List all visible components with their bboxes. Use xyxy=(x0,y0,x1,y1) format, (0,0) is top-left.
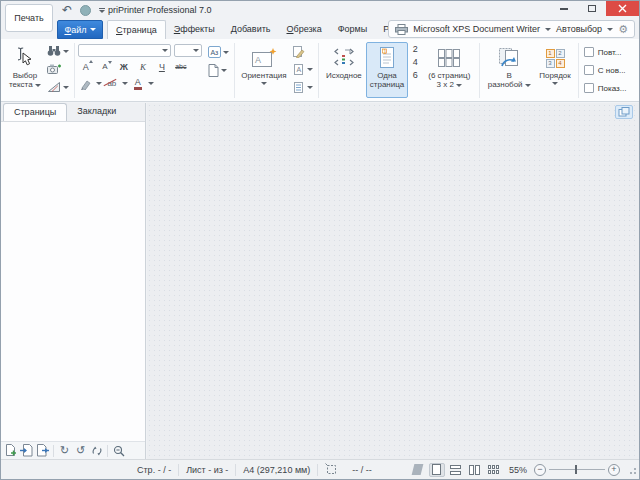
close-button[interactable] xyxy=(606,1,639,16)
preview-pages-toggle[interactable] xyxy=(615,105,633,119)
tab-effects[interactable]: Эффекты xyxy=(166,20,223,39)
orientation-button[interactable]: A Ориентация xyxy=(238,42,290,98)
facing-pages-icon xyxy=(469,465,480,475)
zoom-slider-handle[interactable] xyxy=(575,465,577,474)
tab-crop[interactable]: Обрезка xyxy=(279,20,330,39)
order-cell-4: 4 xyxy=(556,59,565,68)
two-pages-button[interactable]: 2 xyxy=(410,44,420,54)
group-separator xyxy=(578,43,579,98)
tab-page[interactable]: Страница xyxy=(107,20,166,39)
panel-tab-bookmarks[interactable]: Закладки xyxy=(67,103,126,121)
edit-page-button[interactable] xyxy=(290,42,315,60)
gear-icon[interactable]: ⚙ xyxy=(618,24,628,35)
page-edit-icon xyxy=(292,45,305,58)
ribbon-tab-row: Файл Страница Эффекты Добавить Обрезка Ф… xyxy=(1,19,639,39)
font-size-combobox[interactable] xyxy=(174,44,202,57)
minimize-button[interactable] xyxy=(550,1,578,16)
tab-insert[interactable]: Добавить xyxy=(223,20,279,39)
file-menu-button[interactable]: Файл xyxy=(57,20,103,39)
add-page-button[interactable] xyxy=(3,443,18,458)
rotate-180-button[interactable] xyxy=(89,443,104,458)
ruler-triangle-icon xyxy=(47,81,61,93)
view-grid-button[interactable] xyxy=(486,463,502,477)
undo-icon[interactable]: ↶ xyxy=(59,3,75,17)
group-separator xyxy=(74,43,75,98)
view-tilted-button[interactable] xyxy=(410,463,426,477)
from-new-checkbox[interactable]: С нов... xyxy=(584,61,627,79)
tab-label: Формы xyxy=(338,24,368,34)
svg-text:A: A xyxy=(255,55,261,65)
status-separator xyxy=(235,464,236,476)
zoom-out-button[interactable]: − xyxy=(534,464,546,476)
grow-font-button[interactable]: А xyxy=(78,59,94,74)
select-text-button[interactable]: Выбор текста xyxy=(5,42,45,98)
one-page-label-2: страница xyxy=(370,80,404,89)
file-label: айл xyxy=(71,25,86,35)
toolbar-separator xyxy=(53,445,54,457)
page-thumbnails-list[interactable] xyxy=(1,122,145,441)
one-page-label-1: Одна xyxy=(377,71,397,80)
resize-grip[interactable] xyxy=(627,465,636,474)
printer-name-dropdown[interactable]: Microsoft XPS Document Writer xyxy=(413,24,540,34)
tab-forms[interactable]: Формы xyxy=(330,20,376,39)
paper-size-button[interactable]: A xyxy=(290,60,315,78)
order-button[interactable]: 1 2 3 4 Порядок xyxy=(535,42,575,98)
shuffle-button[interactable]: В разнобой xyxy=(483,42,535,98)
toolbar-separator xyxy=(107,445,108,457)
status-paper-size: A4 (297,210 мм) xyxy=(243,465,310,475)
rotate-left-button[interactable]: ↺ xyxy=(73,443,88,458)
repeat-checkbox[interactable]: Повт... xyxy=(584,43,627,61)
status-sheet: Лист - из - xyxy=(186,465,228,475)
panel-tab-pages[interactable]: Страницы xyxy=(3,103,67,121)
highlight-button[interactable] xyxy=(78,76,94,91)
find-button[interactable] xyxy=(45,42,71,60)
preview-area[interactable] xyxy=(147,103,639,459)
view-continuous-button[interactable] xyxy=(448,463,464,477)
change-case-button[interactable]: Аз xyxy=(206,43,231,61)
printer-mode-dropdown[interactable]: Автовыбор xyxy=(556,24,602,34)
underline-button[interactable]: Ч xyxy=(154,59,170,74)
chevron-down-icon[interactable] xyxy=(96,82,102,85)
insert-page-before-button[interactable] xyxy=(19,443,34,458)
group-orientation: A Ориентация A xyxy=(236,41,317,100)
view-single-page-button[interactable] xyxy=(429,463,445,477)
snapshot-button[interactable] xyxy=(45,60,71,78)
four-pages-button[interactable]: 4 xyxy=(410,57,420,67)
zoom-in-button[interactable]: + xyxy=(608,464,620,476)
font-name-combobox[interactable] xyxy=(78,44,171,57)
clear-format-button[interactable]: ab xyxy=(104,76,120,91)
printer-icon xyxy=(395,24,408,35)
group-layout: Исходное 1 Одна страница 2 4 6 xyxy=(320,41,478,100)
order-cell-2: 2 xyxy=(556,49,565,58)
chevron-down-icon[interactable] xyxy=(122,82,128,85)
pages-per-sheet-button[interactable]: (6 страниц) 3 x 2 xyxy=(422,42,476,98)
italic-button[interactable]: К xyxy=(135,59,151,74)
chevron-down-icon[interactable] xyxy=(148,82,154,85)
chevron-down-icon xyxy=(90,28,96,31)
redo-icon[interactable] xyxy=(77,3,93,17)
strikethrough-button[interactable]: abc xyxy=(173,59,189,74)
insert-page-after-button[interactable] xyxy=(35,443,50,458)
zoom-slider[interactable] xyxy=(549,469,605,470)
font-color-button[interactable]: А xyxy=(130,76,146,91)
one-page-button[interactable]: 1 Одна страница xyxy=(366,42,408,98)
chevron-down-icon[interactable] xyxy=(607,28,613,31)
chevron-down-icon xyxy=(307,68,313,71)
chevron-down-icon[interactable] xyxy=(545,28,551,31)
rotate-right-button[interactable]: ↻ xyxy=(57,443,72,458)
print-button[interactable]: Печать xyxy=(5,4,53,32)
redo-circle xyxy=(80,5,91,16)
window-controls xyxy=(550,1,639,16)
bold-button[interactable]: Ж xyxy=(116,59,132,74)
page-lines-button[interactable] xyxy=(290,78,315,96)
chevron-down-icon xyxy=(223,51,229,54)
text-page-button[interactable] xyxy=(206,61,231,79)
view-facing-button[interactable] xyxy=(467,463,483,477)
measure-button[interactable] xyxy=(45,78,71,96)
original-layout-button[interactable]: Исходное xyxy=(322,42,366,98)
shrink-font-button[interactable]: А xyxy=(97,59,113,74)
show-checkbox[interactable]: Показ... xyxy=(584,79,627,97)
six-pages-quick-button[interactable]: 6 xyxy=(410,70,420,80)
zoom-out-thumbnails-button[interactable] xyxy=(111,443,126,458)
maximize-button[interactable] xyxy=(578,1,606,16)
